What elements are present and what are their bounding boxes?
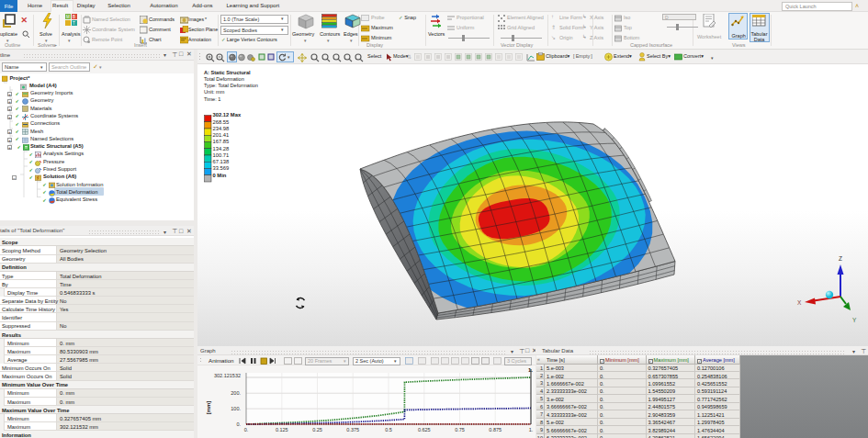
svg-text:0.625: 0.625	[418, 427, 431, 432]
svg-text:100.: 100.	[231, 406, 241, 411]
svg-text:Y: Y	[852, 317, 857, 323]
svg-text:302.121532: 302.121532	[214, 373, 241, 378]
svg-text:[mm]: [mm]	[206, 401, 211, 415]
svg-text:0.5: 0.5	[385, 427, 392, 432]
svg-text:0.25: 0.25	[312, 427, 322, 432]
svg-text:0.125: 0.125	[276, 427, 288, 432]
svg-text:1.: 1.	[528, 367, 533, 373]
svg-text:200.: 200.	[231, 390, 241, 396]
svg-text:0.75: 0.75	[455, 427, 465, 432]
svg-text:X: X	[797, 299, 802, 306]
svg-text:0.875: 0.875	[489, 427, 502, 432]
svg-text:0.: 0.	[236, 421, 241, 427]
svg-text:1.: 1.	[529, 427, 534, 432]
svg-text:Z: Z	[839, 255, 842, 262]
svg-text:0.375: 0.375	[346, 427, 359, 432]
svg-text:0.: 0.	[244, 427, 249, 432]
